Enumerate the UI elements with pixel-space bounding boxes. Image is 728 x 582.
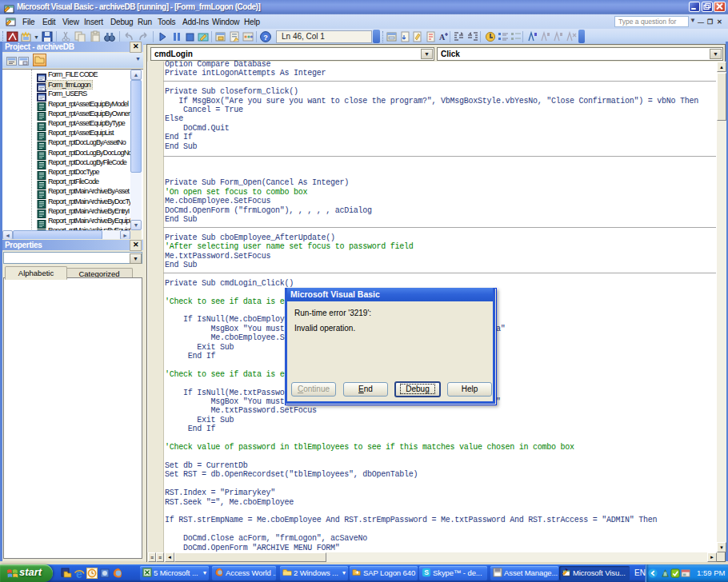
svg-text:S: S: [424, 568, 429, 576]
svg-text:e: e: [76, 568, 82, 579]
svg-text:?: ?: [263, 34, 268, 42]
svg-text:A: A: [439, 33, 446, 42]
